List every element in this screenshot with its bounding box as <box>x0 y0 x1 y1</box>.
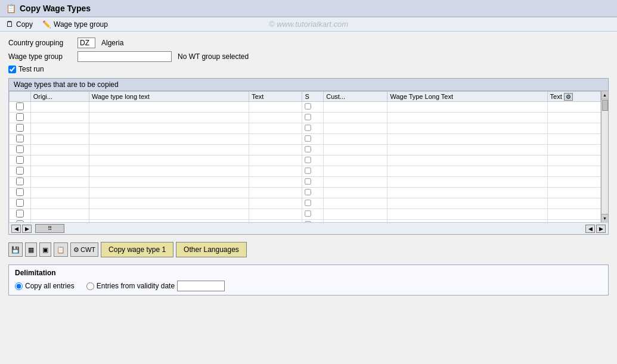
scroll-handle[interactable]: ⠿ <box>35 224 64 233</box>
cell-orig <box>30 102 89 113</box>
wage-type-group-label: Wage type group <box>8 52 74 61</box>
wage-type-group-input[interactable] <box>77 51 172 62</box>
cell-wt-longtext <box>387 220 547 223</box>
cell-s-checkbox[interactable] <box>305 135 311 141</box>
cell-s <box>302 134 324 145</box>
cell-longtext <box>89 123 249 134</box>
copy-all-radio[interactable] <box>15 282 23 290</box>
test-run-checkbox[interactable] <box>8 66 16 73</box>
cell-wt-longtext <box>387 155 547 166</box>
copy-toolbar-item[interactable]: 🗒 Copy <box>6 20 33 29</box>
save-btn[interactable]: 💾 <box>8 242 23 257</box>
scroll-left-btn[interactable]: ◀ <box>11 225 21 233</box>
col-text-header: Text <box>249 92 302 102</box>
cell-wt-longtext <box>387 209 547 220</box>
scroll-up-btn[interactable]: ▲ <box>602 91 608 99</box>
export-btn[interactable]: 📋 <box>54 242 68 257</box>
row-checkbox[interactable] <box>16 156 24 164</box>
table-row <box>10 177 601 188</box>
cell-s-checkbox[interactable] <box>305 114 311 120</box>
cell-text2 <box>547 145 600 155</box>
cell-text <box>249 188 302 198</box>
cell-text2 <box>547 123 600 134</box>
row-checkbox[interactable] <box>16 167 24 175</box>
country-code-input[interactable] <box>77 38 95 48</box>
settings-table-icon[interactable]: ⚙ <box>564 93 573 101</box>
cell-orig <box>30 209 89 220</box>
wage-type-group-label: Wage type group <box>54 20 108 29</box>
cell-s <box>302 145 324 155</box>
test-run-row: Test run <box>8 65 609 73</box>
deselect-btn[interactable]: ▣ <box>39 242 51 257</box>
col-select-header <box>10 92 31 102</box>
table-row <box>10 220 601 223</box>
cell-cust <box>324 220 387 223</box>
cell-s <box>302 123 324 134</box>
cell-s-checkbox[interactable] <box>305 167 311 173</box>
cell-cust <box>324 145 387 155</box>
cell-text2 <box>547 102 600 113</box>
no-wt-group-text: No WT group selected <box>178 52 249 61</box>
scroll-left2-btn[interactable]: ◀ <box>585 225 595 233</box>
cwt-settings-btn[interactable]: ⚙ CWT <box>70 242 98 257</box>
cell-s <box>302 102 324 113</box>
row-checkbox[interactable] <box>16 210 24 217</box>
cell-wt-longtext <box>387 113 547 123</box>
row-checkbox[interactable] <box>16 145 24 153</box>
country-name: Algeria <box>101 39 123 47</box>
copy-all-label: Copy all entries <box>25 282 75 290</box>
delimitation-section: Delimitation Copy all entries Entries fr… <box>8 265 609 295</box>
page-title: Copy Wage Types <box>20 4 91 13</box>
row-checkbox[interactable] <box>16 135 24 142</box>
cell-s <box>302 155 324 166</box>
delimitation-options: Copy all entries Entries from validity d… <box>15 281 602 291</box>
cell-s-checkbox[interactable] <box>305 146 311 152</box>
validity-date-option: Entries from validity date <box>86 281 225 291</box>
row-checkbox[interactable] <box>16 199 24 207</box>
cell-orig <box>30 145 89 155</box>
title-icon: 📋 <box>6 4 16 13</box>
scroll-right2-btn[interactable]: ▶ <box>596 225 606 233</box>
validity-date-input[interactable] <box>177 281 225 291</box>
row-checkbox[interactable] <box>16 188 24 196</box>
scroll-right-btn[interactable]: ▶ <box>22 225 32 233</box>
cell-text <box>249 155 302 166</box>
cell-s-checkbox[interactable] <box>305 103 311 109</box>
cell-wt-longtext <box>387 188 547 198</box>
cell-s-checkbox[interactable] <box>305 189 311 195</box>
table-vertical-scrollbar[interactable]: ▲ ▼ <box>601 91 608 222</box>
cell-text2 <box>547 134 600 145</box>
cell-s-checkbox[interactable] <box>305 221 311 222</box>
cell-s <box>302 188 324 198</box>
row-checkbox[interactable] <box>16 220 24 222</box>
cell-orig <box>30 155 89 166</box>
cell-longtext <box>89 155 249 166</box>
cell-orig <box>30 198 89 209</box>
row-checkbox[interactable] <box>16 102 24 110</box>
cell-longtext <box>89 166 249 177</box>
cell-s-checkbox[interactable] <box>305 200 311 206</box>
scroll-track <box>602 99 608 214</box>
validity-date-radio[interactable] <box>86 282 94 290</box>
wage-type-group-toolbar-item[interactable]: ✏️ Wage type group <box>42 20 108 29</box>
cell-text2 <box>547 113 600 123</box>
row-checkbox[interactable] <box>16 124 24 132</box>
copy-wage-type-btn[interactable]: Copy wage type 1 <box>101 242 173 257</box>
row-checkbox[interactable] <box>16 113 24 121</box>
country-grouping-row: Country grouping Algeria <box>8 38 609 48</box>
cell-s-checkbox[interactable] <box>305 210 311 216</box>
table-row <box>10 155 601 166</box>
other-languages-btn[interactable]: Other Languages <box>176 242 247 257</box>
cell-s-checkbox[interactable] <box>305 178 311 184</box>
cell-s <box>302 166 324 177</box>
cell-longtext <box>89 188 249 198</box>
cell-longtext <box>89 113 249 123</box>
row-checkbox[interactable] <box>16 178 24 185</box>
table-row <box>10 209 601 220</box>
cell-s-checkbox[interactable] <box>305 157 311 163</box>
cell-s-checkbox[interactable] <box>305 125 311 130</box>
multi-select-btn[interactable]: ▦ <box>25 242 37 257</box>
scroll-down-btn[interactable]: ▼ <box>602 214 608 222</box>
table-row <box>10 145 601 155</box>
watermark: © www.tutorialkart.com <box>269 20 348 29</box>
